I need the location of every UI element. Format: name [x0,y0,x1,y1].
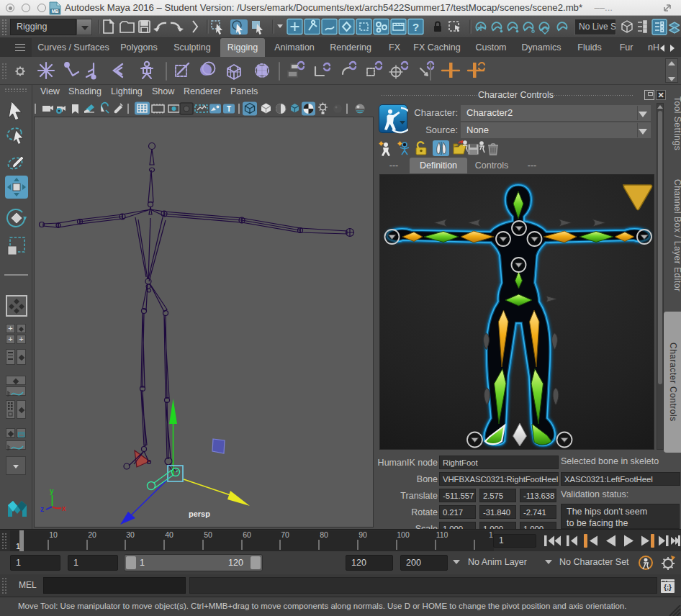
svg-text:MB: MB [51,9,58,14]
svg-text:1: 1 [16,542,20,551]
svg-text:z: z [40,505,44,513]
svg-text:110: 110 [436,530,448,539]
svg-text:30: 30 [126,530,135,539]
svg-text:20: 20 [88,530,96,539]
svg-text:70: 70 [281,530,289,539]
svg-text:persp: persp [189,509,210,518]
svg-text:100: 100 [397,530,410,539]
svg-text:50: 50 [204,530,212,539]
svg-text:y: y [50,487,54,495]
svg-text:80: 80 [320,530,328,539]
svg-text:?: ? [412,21,419,33]
svg-text:x: x [62,504,66,512]
svg-text:60: 60 [243,530,251,539]
svg-text:40: 40 [165,530,173,539]
svg-text:T: T [227,105,231,113]
svg-text:10: 10 [49,530,58,539]
svg-text:90: 90 [358,530,367,539]
